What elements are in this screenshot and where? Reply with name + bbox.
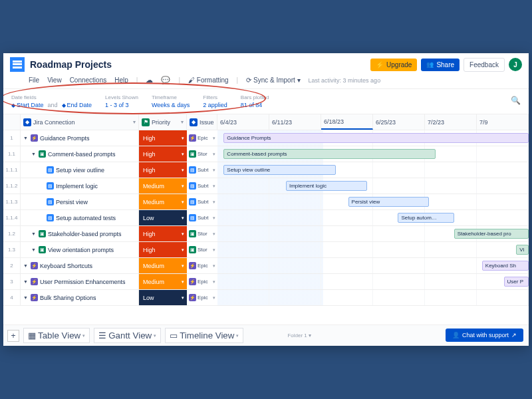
tree-toggle-icon[interactable]: ▼ <box>23 279 29 284</box>
gantt-bar[interactable]: Setup autom… <box>398 213 454 223</box>
epic-icon: ⚡ <box>31 278 38 285</box>
table-row[interactable]: 1.1.4▧Setup automated testsLow▾▧Subt▾Set… <box>3 210 529 226</box>
table-row[interactable]: 1.1▼▣Comment-based promptsHigh▾▣Stor▾Com… <box>3 146 529 162</box>
row-name-cell[interactable]: ▧Implement logic <box>21 178 139 194</box>
menu-connections[interactable]: Connections <box>70 76 107 84</box>
row-name-cell[interactable]: ▼⚡Keyboard Shortcuts <box>21 258 139 273</box>
issue-type-cell[interactable]: ▧Subt▾ <box>187 210 217 225</box>
gantt-bar[interactable]: Keyboard Sh <box>482 261 529 271</box>
issue-type-cell[interactable]: ⚡Epic▾ <box>187 274 217 289</box>
priority-cell[interactable]: High▾ <box>139 162 187 178</box>
menu-sync[interactable]: ⟳ Sync & Import ▾ <box>246 76 300 84</box>
issue-type-cell[interactable]: ▣Stor▾ <box>187 146 217 162</box>
date-column[interactable]: 6/11/23 <box>269 114 321 130</box>
add-row-button[interactable]: + <box>7 330 19 342</box>
timeline-view-button[interactable]: ▭ Timeline View ▾ <box>165 328 243 343</box>
row-name-cell[interactable]: ▼▣View orientation prompts <box>21 242 139 257</box>
row-name-cell[interactable]: ▧Persist view <box>21 194 139 209</box>
gantt-bar[interactable]: Implement logic <box>286 181 367 191</box>
issue-type-cell[interactable]: ▧Subt▾ <box>187 194 217 209</box>
priority-cell[interactable]: High▾ <box>139 130 187 146</box>
tree-toggle-icon[interactable]: ▼ <box>23 136 29 140</box>
filter-timeframe[interactable]: Timeframe Weeks & days <box>152 94 190 108</box>
menu-file[interactable]: File <box>29 76 39 84</box>
row-name-cell[interactable]: ▧Setup view outline <box>21 162 139 178</box>
gantt-bar[interactable]: Guidance Prompts <box>223 133 529 143</box>
feedback-button[interactable]: Feedback <box>464 58 505 72</box>
date-column[interactable]: 7/2/23 <box>425 114 477 130</box>
chat-support-button[interactable]: Chat with support <box>446 329 523 342</box>
priority-cell[interactable]: High▾ <box>139 242 187 257</box>
menu-view[interactable]: View <box>47 76 62 84</box>
table-row[interactable]: 2▼⚡Keyboard ShortcutsMedium▾⚡Epic▾Keyboa… <box>3 258 529 274</box>
gantt-bar[interactable]: Stakeholder-based pro <box>454 229 529 239</box>
date-column[interactable]: 7/9 <box>477 114 529 130</box>
priority-cell[interactable]: High▾ <box>139 146 187 162</box>
column-header-name[interactable]: ◆ Jira Connection ▾ <box>21 114 139 130</box>
priority-cell[interactable]: Medium▾ <box>139 274 187 289</box>
filter-levels[interactable]: Levels Shown 1 - 3 of 3 <box>105 94 138 108</box>
priority-cell[interactable]: High▾ <box>139 226 187 241</box>
table-row[interactable]: 3▼⚡User Permission EnhancementsMedium▾⚡E… <box>3 274 529 290</box>
menu-help[interactable]: Help <box>114 76 128 84</box>
upgrade-button[interactable]: Upgrade <box>370 59 417 71</box>
issue-type-cell[interactable]: ▧Subt▾ <box>187 162 217 178</box>
date-column[interactable]: 6/18/23 <box>321 114 373 130</box>
column-header-issue[interactable]: ◆ Issue <box>187 114 217 130</box>
priority-cell[interactable]: Medium▾ <box>139 194 187 209</box>
row-name-cell[interactable]: ▼▣Comment-based prompts <box>21 146 139 162</box>
gantt-bar[interactable]: User P <box>504 277 529 287</box>
table-row[interactable]: 1.1.2▧Implement logicMedium▾▧Subt▾Implem… <box>3 178 529 194</box>
timeline-cell: Vi <box>217 242 529 257</box>
priority-cell[interactable]: Medium▾ <box>139 258 187 273</box>
row-name-cell[interactable]: ▼▣Stakeholder-based prompts <box>21 226 139 241</box>
table-row[interactable]: 1.1.1▧Setup view outlineHigh▾▧Subt▾Setup… <box>3 162 529 178</box>
issue-type-cell[interactable]: ⚡Epic▾ <box>187 258 217 273</box>
epic-icon: ⚡ <box>189 262 196 269</box>
tree-toggle-icon[interactable]: ▼ <box>31 247 37 252</box>
issue-type-cell[interactable]: ⚡Epic▾ <box>187 290 217 305</box>
row-name-cell[interactable]: ▧Setup automated tests <box>21 210 139 225</box>
row-name-cell[interactable]: ▼⚡User Permission Enhancements <box>21 274 139 289</box>
tree-toggle-icon[interactable]: ▼ <box>23 295 29 300</box>
table-view-button[interactable]: ▦ Table View ▾ <box>23 328 90 343</box>
row-name-text: Stakeholder-based prompts <box>48 231 122 237</box>
table-row[interactable]: 1.1.3▧Persist viewMedium▾▧Subt▾Persist v… <box>3 194 529 210</box>
column-header-priority[interactable]: ⚑ Priority ▾ <box>139 114 187 130</box>
date-column[interactable]: 6/25/23 <box>373 114 425 130</box>
issue-type-cell[interactable]: ▣Stor▾ <box>187 226 217 241</box>
gantt-bar[interactable]: Setup view outline <box>223 165 335 175</box>
priority-cell[interactable]: Low▾ <box>139 210 187 225</box>
priority-cell[interactable]: Medium▾ <box>139 178 187 194</box>
filter-bars[interactable]: Bars plotted 81 of 84 <box>241 94 269 108</box>
gantt-view-button[interactable]: ☰ Gantt View ▾ <box>94 328 161 343</box>
issue-type-cell[interactable]: ▧Subt▾ <box>187 178 217 194</box>
cloud-icon[interactable]: ☁ <box>146 76 153 84</box>
search-icon[interactable]: 🔍 <box>511 96 521 105</box>
table-row[interactable]: 1.2▼▣Stakeholder-based promptsHigh▾▣Stor… <box>3 226 529 242</box>
issue-type-cell[interactable]: ▣Stor▾ <box>187 242 217 257</box>
share-button[interactable]: Share <box>421 59 460 71</box>
chat-icon[interactable]: 💬 <box>161 76 170 84</box>
gantt-bar[interactable]: Comment-based prompts <box>223 149 435 159</box>
date-column[interactable]: 6/4/23 <box>217 114 269 130</box>
issue-type-cell[interactable]: ⚡Epic▾ <box>187 130 217 146</box>
table-row[interactable]: 1.3▼▣View orientation promptsHigh▾▣Stor▾… <box>3 242 529 258</box>
folder-label[interactable]: Folder 1 ▾ <box>287 332 311 338</box>
tree-toggle-icon[interactable]: ▼ <box>31 231 37 236</box>
filter-filters[interactable]: Filters 2 applied <box>203 94 227 108</box>
tree-toggle-icon[interactable]: ▼ <box>23 263 29 268</box>
table-row[interactable]: 1▼⚡Guidance PromptsHigh▾⚡Epic▾Guidance P… <box>3 130 529 146</box>
row-name-cell[interactable]: ▼⚡Bulk Sharing Options <box>21 290 139 305</box>
table-row[interactable]: 4▼⚡Bulk Sharing OptionsLow▾⚡Epic▾ <box>3 290 529 306</box>
filter-strip: Date fields ◆ Start Date and ◆ End Date … <box>3 89 529 114</box>
user-avatar[interactable]: J <box>509 58 522 71</box>
filter-date-fields[interactable]: Date fields ◆ Start Date and ◆ End Date <box>11 94 92 108</box>
menu-formatting[interactable]: 🖌 Formatting <box>188 76 229 84</box>
gantt-bar[interactable]: Persist view <box>348 197 430 207</box>
gantt-bar[interactable]: Vi <box>516 245 529 255</box>
priority-cell[interactable]: Low▾ <box>139 290 187 305</box>
menubar: File View Connections Help | ☁ 💬 | 🖌 For… <box>3 76 529 89</box>
row-name-cell[interactable]: ▼⚡Guidance Prompts <box>21 130 139 146</box>
tree-toggle-icon[interactable]: ▼ <box>31 152 37 156</box>
